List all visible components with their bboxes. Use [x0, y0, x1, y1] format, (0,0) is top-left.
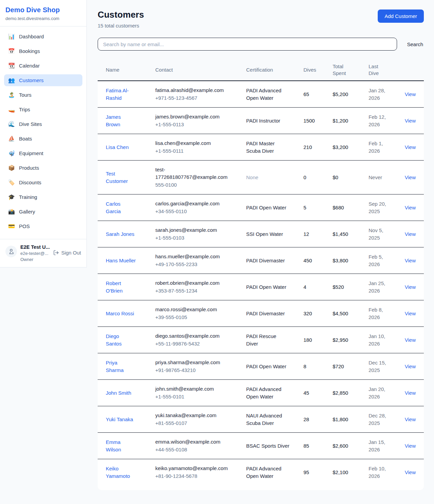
total-spent: $1,800: [333, 410, 369, 429]
certification-cell: PADI Open Water: [246, 199, 303, 217]
customer-name-link[interactable]: Marco Rossi: [106, 310, 134, 317]
certification-value: None: [246, 174, 258, 181]
dives-count: 65: [303, 85, 333, 104]
customer-name-link[interactable]: Robert O'Brien: [106, 280, 136, 295]
sidebar-item-pos[interactable]: 💳 POS: [4, 220, 82, 232]
last-dive-cell: Jan 28, 2026: [369, 81, 404, 107]
customer-name-link[interactable]: Yuki Tanaka: [106, 416, 133, 423]
sidebar-item-gallery[interactable]: 📸 Gallery: [4, 206, 82, 218]
certification-cell: PADI Open Water: [246, 278, 303, 296]
sidebar-item-dive-sites[interactable]: 🌊 Dive Sites: [4, 118, 82, 130]
customer-name-link[interactable]: Keiko Yamamoto: [106, 465, 136, 480]
name-cell: Lisa Chen: [106, 138, 155, 156]
action-cell: View: [404, 85, 416, 104]
customer-name-link[interactable]: John Smith: [106, 389, 131, 397]
view-link[interactable]: View: [405, 205, 416, 210]
view-link[interactable]: View: [405, 337, 416, 343]
view-link[interactable]: View: [405, 443, 416, 449]
customer-name-link[interactable]: Test Customer: [106, 170, 136, 185]
table-row: Hans Mueller hans.mueller@example.com +4…: [98, 247, 424, 274]
contact-cell: fatima.alrashid@example.com +971-55-123-…: [155, 81, 246, 107]
dives-count: 0: [303, 168, 333, 187]
customer-name-link[interactable]: Lisa Chen: [106, 144, 129, 151]
name-cell: Keiko Yamamoto: [106, 460, 155, 485]
sidebar-item-dashboard[interactable]: 📊 Dashboard: [4, 31, 82, 42]
sidebar-item-label: Products: [19, 165, 39, 171]
customer-phone: +91-98765-43210: [155, 367, 227, 374]
view-link[interactable]: View: [405, 284, 416, 290]
last-dive-date: Nov 5, 2025: [369, 227, 390, 242]
shop-domain: demo.test.divestreams.com: [5, 16, 81, 21]
sign-out-button[interactable]: Sign Out: [53, 250, 81, 256]
contact-cell: marco.rossi@example.com +39-555-0105: [155, 300, 246, 326]
nav-item-icon: 📅: [8, 48, 15, 54]
sidebar-item-label: Dashboard: [19, 34, 44, 39]
name-cell: Yuki Tanaka: [106, 410, 155, 429]
name-cell: Fatima Al-Rashid: [106, 81, 155, 107]
sidebar-item-label: Boats: [19, 136, 32, 142]
nav-item-icon: 📊: [8, 33, 15, 40]
sidebar-item-bookings[interactable]: 📅 Bookings: [4, 45, 82, 57]
name-cell: Priya Sharma: [106, 354, 155, 379]
nav-item-icon: 📆: [8, 62, 15, 69]
customer-name-link[interactable]: Priya Sharma: [106, 359, 136, 374]
sidebar-item-tours[interactable]: 🏝️ Tours: [4, 89, 82, 101]
search-button[interactable]: Search: [406, 39, 424, 50]
last-dive-cell: Jan 20, 2026: [369, 380, 404, 406]
view-link[interactable]: View: [405, 144, 416, 150]
avatar: [5, 246, 17, 257]
add-customer-button[interactable]: Add Customer: [378, 10, 424, 23]
last-dive-date: Jan 10, 2026: [369, 333, 390, 348]
nav-item-icon: 🏷️: [8, 179, 15, 186]
sidebar-item-products[interactable]: 📦 Products: [4, 162, 82, 174]
customer-name-link[interactable]: Hans Mueller: [106, 257, 136, 264]
dives-count: 5: [303, 199, 333, 217]
customer-name-link[interactable]: Carlos Garcia: [106, 200, 136, 215]
sidebar-item-training[interactable]: 🎓 Training: [4, 191, 82, 203]
view-link[interactable]: View: [405, 231, 416, 237]
customer-name-link[interactable]: Sarah Jones: [106, 230, 134, 238]
last-dive-cell: Dec 28, 2025: [369, 407, 404, 432]
action-cell: View: [404, 225, 416, 243]
sidebar-item-equipment[interactable]: 🤿 Equipment: [4, 147, 82, 159]
last-dive-date: Feb 10, 2026: [369, 465, 390, 480]
action-cell: View: [404, 304, 416, 323]
contact-cell: lisa.chen@example.com +1-555-0111: [155, 134, 246, 160]
view-link[interactable]: View: [405, 390, 416, 396]
customer-name-link[interactable]: Emma Wilson: [106, 438, 136, 453]
view-link[interactable]: View: [405, 363, 416, 369]
logout-icon: [53, 250, 59, 256]
search-input[interactable]: [98, 38, 397, 51]
customer-name-link[interactable]: Diego Santos: [106, 333, 136, 348]
certification-value: BSAC Sports Diver: [246, 442, 290, 450]
view-link[interactable]: View: [405, 469, 416, 475]
view-link[interactable]: View: [405, 91, 416, 97]
sidebar-item-customers[interactable]: 👥 Customers: [4, 74, 82, 86]
view-link[interactable]: View: [405, 118, 416, 124]
user-name: E2E Test U...: [20, 244, 50, 250]
page-header: Customers 15 total customers Add Custome…: [98, 10, 424, 29]
certification-value: PADI Instructor: [246, 117, 280, 125]
table-row: Robert O'Brien robert.obrien@example.com…: [98, 274, 424, 300]
certification-cell: PADI Advanced Open Water: [246, 460, 303, 485]
customer-name-link[interactable]: James Brown: [106, 113, 136, 128]
sidebar-item-discounts[interactable]: 🏷️ Discounts: [4, 176, 82, 188]
customer-name-link[interactable]: Fatima Al-Rashid: [106, 87, 136, 102]
user-role: Owner: [20, 257, 50, 262]
sidebar-item-boats[interactable]: ⛵ Boats: [4, 133, 82, 145]
sidebar-item-calendar[interactable]: 📆 Calendar: [4, 60, 82, 72]
certification-cell: BSAC Sports Diver: [246, 437, 303, 455]
certification-cell: PADI Advanced Open Water: [246, 380, 303, 406]
last-dive-cell: Feb 12, 2026: [369, 108, 404, 134]
name-cell: James Brown: [106, 108, 155, 134]
customer-email: emma.wilson@example.com: [155, 438, 227, 446]
contact-cell: carlos.garcia@example.com +34-555-0110: [155, 194, 246, 221]
customer-phone: +49-170-555-2233: [155, 261, 227, 268]
view-link[interactable]: View: [405, 258, 416, 263]
table-row: Emma Wilson emma.wilson@example.com +44-…: [98, 433, 424, 459]
view-link[interactable]: View: [405, 174, 416, 180]
total-spent: $2,950: [333, 331, 369, 349]
sidebar-item-trips[interactable]: 🚤 Trips: [4, 104, 82, 115]
view-link[interactable]: View: [405, 416, 416, 422]
view-link[interactable]: View: [405, 311, 416, 316]
